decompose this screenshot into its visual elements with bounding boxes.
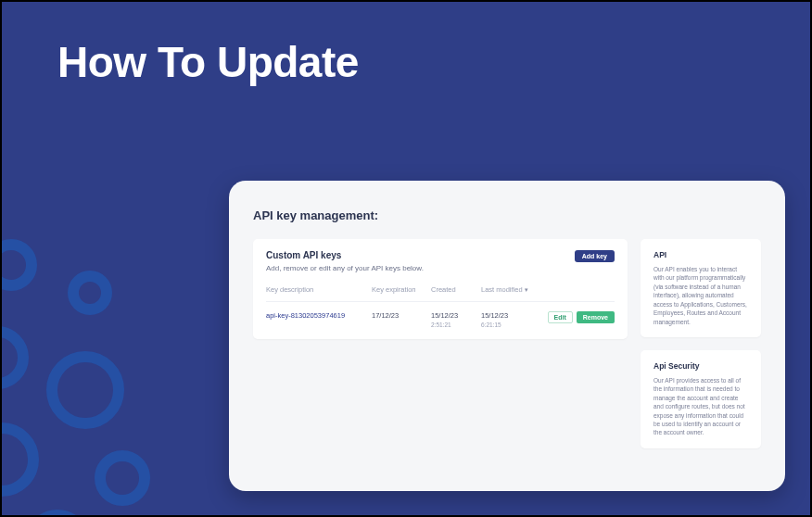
col-last-modified[interactable]: Last modified: [481, 285, 537, 294]
key-created: 15/12/23 2:51:21: [431, 311, 477, 328]
info-title: Api Security: [653, 361, 748, 371]
api-security-card: Api Security Our API provides access to …: [641, 350, 761, 448]
table-row: api-key-81302053974619 17/12/23 15/12/23…: [266, 302, 615, 328]
api-info-card: API Our API enables you to interact with…: [641, 239, 761, 337]
remove-button[interactable]: Remove: [577, 311, 615, 323]
svg-point-3: [52, 357, 119, 423]
custom-api-keys-card: Custom API keys Add, remove or edit any …: [253, 239, 628, 339]
add-key-button[interactable]: Add key: [575, 250, 615, 262]
decorative-circles: [0, 200, 243, 517]
svg-point-1: [73, 276, 107, 309]
svg-point-4: [0, 428, 33, 491]
col-description: Key description: [266, 285, 368, 294]
card-subtitle: Add, remove or edit any of your API keys…: [266, 264, 424, 272]
svg-point-0: [0, 245, 32, 285]
svg-point-5: [100, 456, 145, 500]
info-text: Our API enables you to interact with our…: [653, 265, 748, 326]
key-modified: 15/12/23 6:21:15: [481, 311, 537, 328]
api-keys-table: Key description Key expiration Created L…: [266, 285, 615, 328]
col-created: Created: [431, 285, 477, 294]
col-expiration: Key expiration: [372, 285, 427, 294]
key-expiration: 17/12/23: [372, 311, 427, 320]
panel-heading: API key management:: [253, 208, 761, 222]
card-title: Custom API keys: [266, 250, 424, 260]
edit-button[interactable]: Edit: [548, 311, 573, 323]
slide-title: How To Update: [57, 37, 359, 87]
info-text: Our API provides access to all of the in…: [653, 376, 748, 437]
api-key-management-panel: API key management: Custom API keys Add,…: [229, 181, 785, 491]
key-description[interactable]: api-key-81302053974619: [266, 311, 368, 320]
svg-point-2: [0, 332, 23, 384]
info-title: API: [653, 250, 748, 259]
table-header: Key description Key expiration Created L…: [266, 285, 615, 302]
